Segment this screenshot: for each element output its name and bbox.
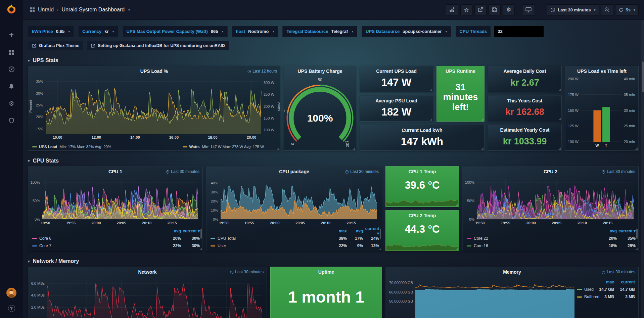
apps-grid-icon[interactable] [30, 7, 35, 12]
refresh-picker[interactable]: 5s ▾ [615, 4, 639, 15]
star-dashboard-button[interactable]: ☆ [460, 4, 472, 15]
variable-value[interactable]: 0.65 [56, 29, 64, 34]
panel-title[interactable]: CPU 2 Temp [386, 211, 459, 221]
variable-host[interactable]: host Nostromo ▾ [232, 26, 278, 37]
battery-gauge[interactable]: 02050100100% [284, 76, 356, 148]
legend-sort-column[interactable]: max [331, 229, 347, 233]
legend-sort-column[interactable]: current [614, 280, 635, 284]
sidebar-item-dashboards[interactable] [4, 48, 19, 56]
legend-row[interactable]: Buffered3 MB3 MB [577, 293, 635, 301]
legend-scrollbar[interactable] [636, 229, 638, 239]
panel-title[interactable]: UPS Load vs Time left [565, 66, 638, 76]
ups-load-chart[interactable]: 15%20%25%30%35%100 W150 W200 W250 W300 W… [28, 76, 280, 140]
variable-value[interactable]: 865 [211, 29, 218, 34]
sidebar-item-configuration[interactable]: ⚙ [4, 99, 19, 108]
legend-row[interactable]: Core 620%30% [32, 235, 200, 242]
dashboard-title[interactable]: Unraid System Dashboard [61, 7, 125, 13]
panel-title[interactable]: Memory [386, 267, 638, 277]
variable-value[interactable]: apcupsd-container [403, 29, 442, 34]
user-profile[interactable] [4, 288, 19, 297]
zoom-out-time-button[interactable] [601, 4, 613, 15]
variable-value[interactable]: Nostromo [248, 29, 269, 34]
sidebar-item-server-admin[interactable] [4, 116, 19, 125]
save-dashboard-button[interactable] [489, 4, 501, 15]
time-range-label: Last 30 minutes [558, 7, 591, 12]
legend-sort-column[interactable]: avg [347, 229, 363, 233]
legend-sort-column[interactable]: current ▾ [363, 226, 379, 236]
link-ups-monitoring-guide[interactable]: Setting up Grafana and InfluxDB for UPS … [87, 41, 229, 50]
legend-row[interactable]: User22%9%13% [211, 242, 379, 249]
svg-text:20:00: 20:00 [270, 221, 279, 225]
stat-value: kr 1033.99 [488, 132, 561, 150]
cpu-package-legend[interactable]: maxavgcurrent ▾CPU Total38%17%24%User22%… [211, 227, 379, 249]
panel-title[interactable]: CPU 1 Temp [386, 167, 459, 177]
stat-value: kr 2.67 [488, 74, 561, 92]
legend-row[interactable]: Core 1618%29% [467, 242, 636, 249]
chart-legend[interactable]: UPS LoadMin: 17% Max: 32% Avg: 20%WattsM… [32, 145, 264, 149]
section-header-ups-stats[interactable]: ▾ UPS Stats [28, 55, 639, 66]
panel-title[interactable]: UPS Load % [28, 66, 280, 76]
variable-value[interactable]: kr [104, 29, 108, 34]
legend-item[interactable]: UPS LoadMin: 17% Max: 32% Avg: 20% [32, 145, 111, 149]
cpu2-legend[interactable]: avgcurrent ▾Core 2220%35%Core 1618%29% [467, 227, 636, 249]
svg-text:18:00: 18:00 [208, 135, 217, 139]
legend-sort-column[interactable]: current ▾ [617, 229, 636, 233]
variable-ups-datasource[interactable]: UPS Datasource apcupsd-container ▾ [362, 26, 451, 37]
sidebar-item-explore[interactable] [4, 65, 19, 74]
add-panel-button[interactable] [446, 4, 458, 15]
panel-title[interactable]: UPS Battery Charge [284, 66, 356, 76]
scrollbar-thumb[interactable] [642, 61, 644, 92]
clock-icon: ◷ [166, 169, 169, 174]
legend-sort-column[interactable]: max [593, 280, 614, 284]
link-grafana-plex-theme[interactable]: Grafana Plex Theme [28, 41, 83, 50]
sidebar-item-create[interactable]: + [4, 31, 19, 39]
svg-text:175 W: 175 W [568, 93, 579, 97]
breadcrumb-app[interactable]: Unraid [38, 7, 54, 13]
cycle-view-mode-button[interactable] [522, 4, 535, 15]
legend-row[interactable]: Used14.7 GB14.7 GB [577, 286, 635, 293]
sidebar-item-alerting[interactable] [4, 82, 19, 91]
variable-kwh-price[interactable]: kWh Price 0.65 ▾ [28, 26, 74, 37]
legend-scrollbar[interactable] [200, 229, 202, 239]
panel-time-badge[interactable]: ◷Last 30 minutes [345, 169, 379, 174]
panel-time-badge[interactable]: ◷Last 30 minutes [166, 169, 199, 174]
legend-item[interactable]: WattsMin: 147 W Max: 278 W Avg: 175 W [183, 145, 264, 149]
variable-ups-max-output[interactable]: UPS Max Output Power Capacity (Watt) 865… [123, 26, 228, 37]
legend-sort-column[interactable]: avg [162, 229, 181, 233]
panel-title[interactable]: UPS Runtime [437, 66, 484, 76]
time-range-picker[interactable]: Last 30 minutes ▾ [547, 4, 599, 15]
section-header-cpu-stats[interactable]: ▾ CPU Stats [28, 155, 639, 166]
cpu1-legend[interactable]: avgcurrent ▾Core 620%30%Core 722%30% [32, 227, 200, 249]
ups-load-time-bar-chart[interactable]: 100 W125 W150 W175 W200 W20 min25 min30 … [565, 76, 638, 148]
page-scrollbar[interactable] [641, 20, 644, 318]
cpu-threads-input[interactable]: 32 [494, 26, 544, 37]
grafana-logo[interactable] [6, 4, 17, 15]
variable-value[interactable]: Telegraf [331, 29, 348, 34]
panel-title[interactable]: Uptime [271, 267, 382, 277]
cpu1-chart[interactable]: 0%50%100%19:5019:5520:0020:0520:1020:15 [28, 177, 202, 226]
panel-time-badge[interactable]: ◷Last 30 minutes [602, 169, 635, 174]
chevron-down-icon[interactable]: ▾ [128, 8, 130, 12]
memory-chart[interactable]: 50.000000 GB60.000000 GB70.000000 GB [386, 277, 577, 318]
legend-sort-column[interactable]: current ▾ [181, 229, 200, 233]
legend-sort-column[interactable]: avg [598, 229, 617, 233]
panel-time-badge[interactable]: ◷Last 30 minutes [602, 270, 635, 274]
section-header-network-memory[interactable]: ▾ Network / Memory [28, 256, 639, 267]
dashboard-settings-button[interactable]: ⚙ [503, 4, 515, 15]
legend-row[interactable]: Core 2220%35% [467, 235, 636, 242]
memory-legend[interactable]: maxcurrentUsed14.7 GB14.7 GBBuffered3 MB… [577, 278, 635, 301]
panel-time-badge[interactable]: ◷Last 12 hours [247, 69, 277, 74]
legend-row[interactable]: CPU Total38%17%24% [211, 235, 379, 242]
share-icon [478, 7, 483, 12]
network-chart[interactable]: 2.0 MBs4.0 MBs6.0 MBs19:5019:5520:0020:0… [28, 277, 267, 318]
cpu-package-chart[interactable]: 0%10%20%30%40%19:5019:5520:0020:0520:102… [206, 177, 382, 226]
variable-telegraf-datasource[interactable]: Telegraf Datasource Telegraf ▾ [282, 26, 357, 37]
panel-time-badge[interactable]: ◷Last 30 minutes [230, 270, 264, 274]
help-menu[interactable]: ? [4, 304, 19, 313]
variable-currency[interactable]: Currency kr ▾ [78, 26, 118, 37]
share-dashboard-button[interactable] [474, 4, 487, 15]
cpu-temp-column: CPU 1 Temp 39.6 °C CPU 2 Temp 44.3 °C [385, 166, 459, 251]
legend-scrollbar[interactable] [380, 229, 381, 239]
legend-row[interactable]: Core 722%30% [32, 242, 200, 249]
cpu2-chart[interactable]: 0%50%100%19:5019:5520:0020:0520:1020:15 [463, 177, 638, 226]
